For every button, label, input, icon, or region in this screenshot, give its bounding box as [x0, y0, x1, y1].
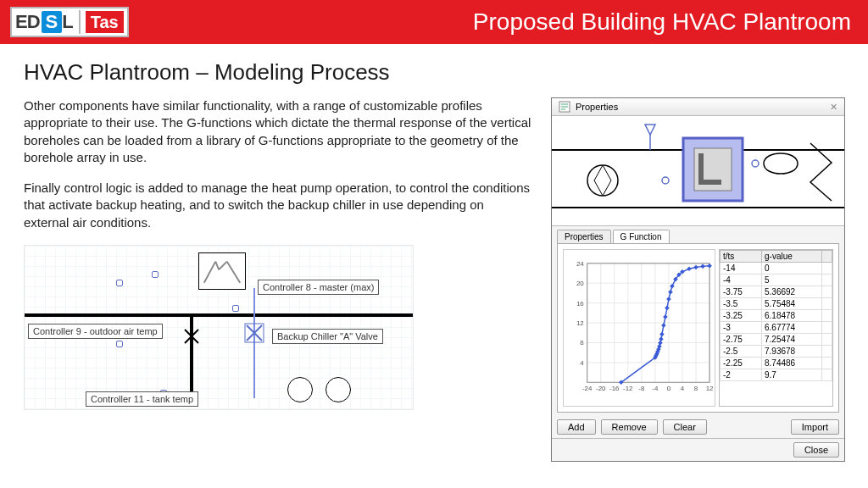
svg-text:4: 4 [580, 359, 584, 367]
tab-properties[interactable]: Properties [557, 230, 611, 243]
svg-rect-53 [661, 323, 666, 328]
paragraph-1: Other components have similar functional… [24, 97, 532, 166]
paragraph-2: Finally control logic is added to manage… [24, 180, 532, 231]
g-function-chart: 4812162024-24-20-16-12-8-404812 [563, 249, 715, 407]
panel-titlebar: Properties ✕ [552, 98, 844, 116]
logo-text-tas: Tas [86, 11, 124, 33]
table-row[interactable]: -3.256.18478 [721, 310, 832, 322]
svg-text:-24: -24 [582, 385, 593, 392]
panel-title-text: Properties [576, 102, 618, 112]
svg-text:16: 16 [576, 300, 584, 308]
svg-text:-4: -4 [652, 385, 659, 392]
svg-rect-64 [700, 264, 705, 269]
svg-rect-58 [670, 284, 675, 289]
logo-separator [79, 10, 81, 34]
close-button[interactable]: Close [793, 442, 839, 458]
svg-text:0: 0 [667, 385, 671, 392]
table-row[interactable]: -2.57.93678 [721, 346, 832, 358]
banner: ED S L Tas Proposed Building HVAC Plantr… [0, 0, 868, 44]
svg-text:-12: -12 [623, 385, 632, 392]
clear-button[interactable]: Clear [663, 419, 707, 435]
table-row[interactable]: -45 [721, 274, 832, 286]
page-title: HVAC Plantroom – Modeling Process [24, 59, 844, 86]
svg-point-9 [752, 160, 759, 167]
col-gvalue: g-value [762, 251, 822, 263]
svg-rect-62 [687, 266, 692, 271]
tab-g-function[interactable]: G Function [613, 230, 670, 243]
import-button[interactable]: Import [791, 419, 839, 435]
svg-rect-51 [659, 336, 664, 341]
pump-icon [287, 377, 313, 402]
table-row[interactable]: -29.7 [721, 369, 832, 381]
svg-text:-8: -8 [638, 385, 645, 392]
svg-text:20: 20 [576, 280, 584, 287]
table-row[interactable]: -36.67774 [721, 322, 832, 334]
remove-button[interactable]: Remove [601, 419, 658, 435]
logo-text-s: S [42, 11, 63, 33]
col-tts: t/ts [721, 251, 762, 263]
valve-icon [243, 322, 265, 347]
svg-text:8: 8 [580, 339, 584, 347]
add-button[interactable]: Add [557, 419, 596, 435]
svg-text:24: 24 [576, 260, 584, 268]
heat-exchanger-icon [198, 252, 246, 290]
logo-text-ed: ED [15, 13, 40, 31]
properties-panel: Properties ✕ [551, 97, 845, 462]
table-row[interactable]: -140 [721, 263, 832, 274]
scrollbar-gutter [822, 251, 832, 263]
label-backup-valve: Backup Chiller "A" Valve [272, 329, 383, 344]
svg-rect-50 [658, 341, 663, 346]
svg-rect-52 [659, 332, 665, 337]
svg-text:-16: -16 [609, 385, 620, 392]
svg-rect-56 [666, 297, 671, 302]
label-controller-11: Controller 11 - tank temp [86, 391, 198, 407]
close-icon[interactable]: ✕ [830, 102, 837, 113]
tab-strip: Properties G Function [552, 226, 844, 243]
component-preview [552, 116, 844, 226]
logo-text-l: L [62, 13, 73, 31]
svg-point-8 [662, 177, 669, 184]
valve-icon [182, 327, 201, 349]
table-row[interactable]: -2.258.74486 [721, 358, 832, 369]
table-row[interactable]: -3.755.36692 [721, 286, 832, 298]
svg-text:4: 4 [681, 385, 685, 392]
banner-title: Proposed Building HVAC Plantroom [129, 8, 858, 36]
svg-text:12: 12 [576, 319, 584, 327]
label-controller-9: Controller 9 - outdoor air temp [28, 324, 163, 339]
svg-text:-20: -20 [596, 385, 606, 392]
edsl-tas-logo: ED S L Tas [10, 7, 129, 37]
button-row: Add Remove Clear Import [552, 416, 844, 438]
properties-icon [559, 101, 570, 113]
tab-body-g-function: 4812162024-24-20-16-12-8-404812 t/ts g-v… [557, 243, 839, 413]
svg-text:12: 12 [706, 385, 714, 392]
table-row[interactable]: -2.757.25474 [721, 334, 832, 346]
svg-rect-54 [663, 314, 668, 319]
pump-icon [326, 377, 351, 402]
label-controller-8: Controller 8 - master (max) [258, 280, 379, 295]
body-text-column: Other components have similar functional… [24, 97, 532, 462]
g-function-table[interactable]: t/ts g-value -140-45-3.755.36692-3.55.75… [719, 249, 833, 407]
table-row[interactable]: -3.55.75484 [721, 298, 832, 310]
svg-rect-63 [693, 265, 698, 270]
hvac-schematic: Controller 8 - master (max) Controller 9… [24, 245, 414, 410]
svg-rect-65 [707, 263, 712, 269]
svg-text:8: 8 [694, 385, 698, 392]
